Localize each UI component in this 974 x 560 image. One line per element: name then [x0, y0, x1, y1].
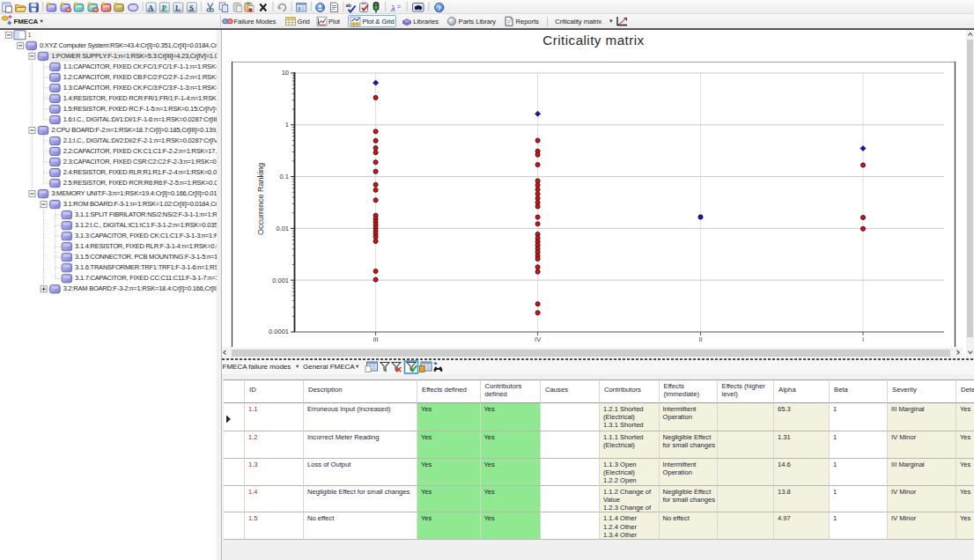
svg-text:=: = — [397, 4, 401, 10]
svg-text:ab: ab — [346, 3, 352, 8]
svg-text:1: 1 — [285, 121, 289, 129]
svg-text:Occurrence Ranking: Occurrence Ranking — [256, 163, 265, 235]
svg-text:10: 10 — [282, 69, 289, 77]
svg-text:0.01: 0.01 — [276, 225, 289, 232]
svg-text:IV: IV — [535, 335, 541, 343]
svg-text:0.1: 0.1 — [280, 173, 289, 181]
svg-text:I: I — [862, 335, 864, 343]
svg-text:III: III — [373, 335, 378, 343]
svg-text:λ: λ — [390, 3, 395, 13]
svg-text:?: ? — [437, 4, 441, 12]
svg-text:0.001: 0.001 — [272, 276, 289, 284]
svg-text:0.0001: 0.0001 — [269, 328, 289, 335]
svg-text:II: II — [698, 335, 702, 343]
svg-text:Criticality matrix: Criticality matrix — [542, 33, 644, 48]
